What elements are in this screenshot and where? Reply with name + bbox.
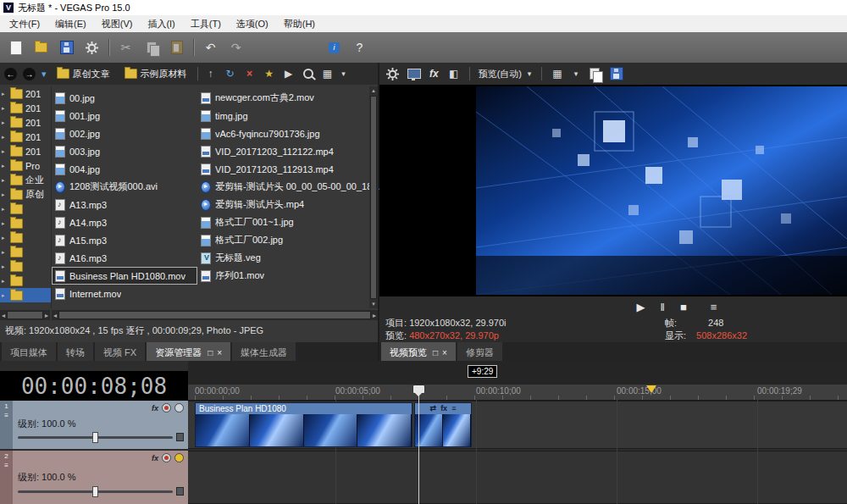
dock-menu-icon[interactable]: ▾ [42,69,47,80]
tree-folder-item[interactable]: ▸ [0,230,51,245]
track-1-header[interactable]: 1 ≡ fx 级别: 100.0 % [0,401,188,449]
file-item[interactable]: A15.mp3 [52,231,197,249]
scrollbar-thumb[interactable] [7,311,43,319]
split-screen-view-icon[interactable]: ◧ [447,68,461,80]
expand-arrow-icon[interactable]: ▸ [2,249,8,256]
video-output-fx-icon[interactable]: fx [429,68,439,80]
expand-arrow-icon[interactable]: ▸ [2,119,8,126]
time-ruler[interactable]: 00:00:00;0000:00:05;0000:00:10;0000:00:1… [188,385,847,401]
tree-folder-item[interactable]: ▸ [0,274,51,288]
file-item[interactable]: 002.jpg [52,125,197,142]
marker-badge[interactable]: +9:29 [468,365,497,378]
expand-arrow-icon[interactable]: ▸ [2,220,8,227]
forward-button[interactable]: → [23,68,36,80]
event-fx-icon[interactable]: fx [440,403,447,414]
file-item[interactable]: 爱剪辑-测试片头 00_00_05-00_00_18… [197,178,385,196]
tree-folder-item[interactable]: ▸ [0,202,51,216]
file-item[interactable]: 序列01.mov [197,267,385,285]
video-preview-area[interactable] [379,85,847,296]
scroll-left-icon[interactable]: ◂ [52,312,58,319]
menu-item[interactable]: 视图(V) [94,16,141,32]
tab-close-icon[interactable]: × [442,348,447,357]
tree-folder-item[interactable]: ▸ [0,216,51,230]
track-mute-button[interactable] [162,403,171,413]
file-item[interactable]: A14.mp3 [52,213,197,231]
track-menu-icon[interactable]: ≡ [4,413,8,419]
event-segment-2[interactable]: ⇄ fx ≡ [414,402,472,447]
marker-bar[interactable] [188,361,847,385]
menu-item[interactable]: 工具(T) [183,16,229,32]
tab-float-icon[interactable]: □ [208,348,213,357]
expand-arrow-icon[interactable]: ▸ [2,105,8,112]
tree-folder-item[interactable]: ▸ [0,259,51,274]
tree-folder-item[interactable]: ▸ 201 [0,86,51,101]
external-monitor-icon[interactable] [407,69,421,79]
track-2-header[interactable]: 2 ≡ fx 级别: 100.0 % [0,451,188,504]
paste-icon[interactable] [168,39,185,57]
track-level-slider[interactable] [18,436,173,439]
grid-overlay-icon[interactable]: ▦ [551,68,564,80]
cut-icon[interactable]: ✂ [117,39,135,57]
play-button[interactable]: ▶ [637,301,645,313]
track-2-lane[interactable] [188,451,847,504]
views-icon[interactable]: ▦ [321,68,335,80]
back-button[interactable]: ← [4,68,17,80]
track-menu-icon[interactable]: ≡ [4,462,8,469]
file-item[interactable]: Internet.mov [52,285,197,302]
tab-float-icon[interactable]: □ [433,348,438,357]
undo-icon[interactable]: ↶ [202,39,219,57]
save-project-icon[interactable] [58,39,75,57]
start-preview-icon[interactable]: ▶ [282,68,296,80]
panel-tab[interactable]: 资源管理器 □ × [147,342,230,361]
tree-folder-item[interactable]: ▸ 201 [0,144,51,158]
event-menu-icon[interactable]: ≡ [451,403,456,414]
expand-arrow-icon[interactable]: ▸ [2,163,8,169]
file-list-horizontal-scrollbar[interactable]: ◂ ▸ [52,310,378,320]
file-item[interactable]: 003.jpg [52,142,197,160]
panel-tab[interactable]: 视频 FX □ × [95,342,145,361]
copy-snapshot-icon[interactable] [588,68,601,80]
scrollbar-thumb[interactable] [370,96,377,299]
track-solo-button[interactable] [174,453,184,462]
playhead-line[interactable] [418,391,419,504]
tree-folder-item[interactable]: ▸ 企业 [0,173,51,187]
copy-icon[interactable] [142,39,160,57]
file-item[interactable]: VID_20171203_112913.mp4 [197,160,385,178]
panel-tab[interactable]: 视频预览 □ × [381,342,456,361]
file-item[interactable]: newcger.com古典2.mov [197,89,385,107]
slider-handle[interactable] [92,432,98,443]
tree-folder-item[interactable]: ▸ Pro [0,158,51,173]
tree-folder-item[interactable]: ▸ [0,245,51,259]
delete-icon[interactable]: × [243,68,257,80]
expand-arrow-icon[interactable]: ▸ [2,206,8,213]
expand-arrow-icon[interactable]: ▸ [2,148,8,155]
scroll-down-icon[interactable]: ▾ [370,300,377,308]
slider-handle[interactable] [92,486,98,497]
tree-folder-item[interactable]: ▸ 201 [0,130,51,144]
file-item[interactable]: 无标题.veg [197,249,385,267]
file-item[interactable]: 格式工厂002.jpg [197,231,385,249]
favorites-icon[interactable]: ★ [263,68,276,80]
folder-shortcut-2[interactable]: 示例原材料 [120,66,191,82]
scroll-right-icon[interactable]: ▸ [43,312,50,319]
project-properties-icon[interactable] [83,39,101,57]
file-item[interactable]: timg.jpg [197,107,385,125]
help-icon[interactable]: ? [351,39,368,57]
expand-arrow-icon[interactable]: ▸ [2,177,8,184]
interactive-tutorials-icon[interactable]: i [325,39,343,57]
expand-arrow-icon[interactable]: ▸ [2,191,8,198]
loop-end-marker-icon[interactable] [646,385,656,393]
slider-endbox[interactable] [176,433,184,441]
playhead-grabber[interactable] [412,385,425,394]
menu-item[interactable]: 选项(O) [229,16,276,32]
search-icon[interactable] [302,69,315,79]
track-fx-icon[interactable]: fx [152,404,158,413]
views-dropdown-icon[interactable]: ▾ [340,69,347,78]
event-pan-crop-icon[interactable]: ⇄ [430,403,437,414]
file-item[interactable]: 004.jpg [52,160,197,178]
event-segment-1[interactable]: Business Plan HD1080 [195,402,412,447]
expand-arrow-icon[interactable]: ▸ [2,263,8,270]
tree-folder-item[interactable]: ▸ 201 [0,101,51,115]
slider-endbox[interactable] [176,487,184,496]
file-item[interactable]: 爱剪辑-测试片头.mp4 [197,196,385,213]
